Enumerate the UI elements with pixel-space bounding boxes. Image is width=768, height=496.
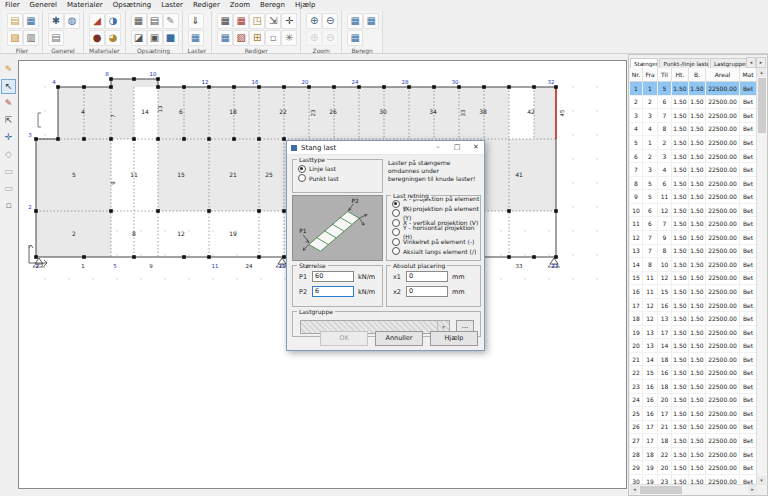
column-header-nr[interactable]: Nr. (630, 68, 643, 81)
material-mix-icon[interactable]: ◕ (105, 30, 121, 46)
maximize-icon[interactable]: □ (449, 141, 465, 154)
grid-add-icon[interactable]: ⊞ (249, 30, 265, 46)
table-row[interactable]: 2617211.501.5022500.00Bet (630, 421, 757, 435)
zoom-previous-icon[interactable]: ⊕ (306, 30, 322, 46)
table-row[interactable]: 1913171.501.5022500.00Bet (630, 326, 757, 340)
resize-arrow-icon[interactable]: ⇲ (265, 13, 281, 29)
table-row[interactable]: 2316181.501.5022500.00Bet (630, 380, 757, 394)
placeholder2-icon[interactable]: ▭ (1, 181, 16, 196)
load-doc-icon[interactable]: ⇓ (188, 13, 204, 29)
table-row[interactable]: 11671.501.5022500.00Bet (630, 217, 757, 231)
beam-grid-icon[interactable]: ▤ (147, 13, 163, 29)
grid-blue-icon[interactable]: ▦ (217, 30, 233, 46)
vertical-scrollbar[interactable]: ▴ ▾ (756, 68, 767, 485)
panel-icon[interactable]: ▣ (147, 30, 163, 46)
table-row[interactable]: 1611151.501.5022500.00Bet (630, 285, 757, 299)
page-icon[interactable]: ▫ (1, 198, 16, 213)
table-row[interactable]: 1511121.501.5022500.00Bet (630, 272, 757, 286)
table-row[interactable]: 1812131.501.5022500.00Bet (630, 312, 757, 326)
open-file-icon[interactable]: ▨ (7, 30, 23, 46)
table-row[interactable]: 13781.501.5022500.00Bet (630, 245, 757, 259)
tab-pager-icon[interactable]: ▸ (756, 57, 766, 68)
radio-icon[interactable] (392, 238, 400, 246)
dialog-title-bar[interactable]: Stang last – □ ✕ (287, 141, 484, 155)
table-row[interactable]: 6231.501.5022500.00Bet (630, 150, 757, 164)
close-icon[interactable]: ✕ (468, 141, 484, 154)
radio-icon[interactable] (392, 200, 400, 208)
settings-gear-icon[interactable]: ✱ (48, 13, 64, 29)
crosshair-icon[interactable]: ✛ (281, 13, 297, 29)
placement-x1-input[interactable]: 0 (406, 271, 448, 282)
globe-icon[interactable]: ◍ (64, 13, 80, 29)
radio-icon[interactable] (392, 209, 400, 217)
last-retning-option[interactable]: Vinkelret på element (-) (387, 237, 480, 247)
load-screen-icon[interactable]: ▦ (188, 30, 204, 46)
column-header-areal[interactable]: Areal (706, 68, 740, 81)
scroll-left-icon[interactable]: ◂ (630, 485, 639, 494)
vscroll-thumb[interactable] (758, 78, 766, 133)
table-row[interactable]: 2013141.501.5022500.00Bet (630, 339, 757, 353)
menu-item-materialer[interactable]: Materialer (62, 0, 108, 11)
menu-item-zoom[interactable]: Zoom (225, 0, 255, 11)
column-header-fra[interactable]: Fra (643, 68, 658, 81)
radio-icon[interactable] (298, 174, 306, 182)
table-row[interactable]: 106121.501.5022500.00Bet (630, 204, 757, 218)
minimize-icon[interactable]: – (430, 141, 446, 154)
column-header-mat[interactable]: Mat (740, 68, 757, 81)
concrete-icon[interactable]: ◢ (89, 13, 105, 29)
grid-icon[interactable]: ▦ (217, 13, 233, 29)
menu-item-generel[interactable]: Generel (25, 0, 62, 11)
grid-delete-icon[interactable]: ▧ (233, 30, 249, 46)
placement-x2-input[interactable]: 0 (406, 286, 448, 297)
corner-icon[interactable]: ◳ (249, 13, 265, 29)
steel-icon[interactable]: ◑ (105, 13, 121, 29)
size-p2-input[interactable]: 6 (312, 286, 354, 297)
column-header-b[interactable]: B. (689, 68, 706, 81)
last-retning-option[interactable]: Y - projektion på element (Y) (387, 209, 480, 219)
tab-pager-icon[interactable]: ◂ (746, 57, 756, 68)
table-row[interactable]: 2717181.501.5022500.00Bet (630, 434, 757, 448)
zoom-in-icon[interactable]: ⊕ (306, 13, 322, 29)
table-row[interactable]: 2114181.501.5022500.00Bet (630, 353, 757, 367)
column-header-til[interactable]: Til (658, 68, 672, 81)
calc-results-icon[interactable]: ▦ (363, 13, 379, 29)
table-row[interactable]: 2818221.501.5022500.00Bet (630, 448, 757, 462)
calculate-icon[interactable]: ▦ (347, 13, 363, 29)
table-row[interactable]: 2261.501.5022500.00Bet (630, 96, 757, 110)
diag-frame-icon[interactable]: ◪ (131, 30, 147, 46)
small-box-icon[interactable]: ▫ (265, 30, 281, 46)
menu-item-filer[interactable]: Filer (0, 0, 25, 11)
tools-icon[interactable]: ✎ (163, 13, 179, 29)
scroll-right-icon[interactable]: ▸ (748, 485, 757, 494)
save-icon[interactable]: ▦ (23, 13, 39, 29)
blue-box-icon[interactable]: ■ (163, 30, 179, 46)
table-row[interactable]: 4481.501.5022500.00Bet (630, 123, 757, 137)
tab-stænger[interactable]: Stænger (630, 58, 658, 68)
annuller-button[interactable]: Annuller (375, 331, 423, 346)
new-file-icon[interactable]: ▤ (7, 13, 23, 29)
tab-lastgrupper[interactable]: Lastgrupper (710, 58, 747, 68)
size-p1-input[interactable]: 60 (312, 271, 354, 282)
menu-item-laster[interactable]: Laster (156, 0, 188, 11)
table-row[interactable]: 95111.501.5022500.00Bet (630, 190, 757, 204)
move-icon[interactable]: ✛ (1, 130, 16, 145)
pan-icon[interactable]: ◇ (1, 147, 16, 162)
grid-red-icon[interactable]: ▦ (233, 13, 249, 29)
table-row[interactable]: 12791.501.5022500.00Bet (630, 231, 757, 245)
draw-pencil-icon[interactable]: ✎ (1, 62, 16, 77)
frame-icon[interactable]: ▦ (131, 13, 147, 29)
table-row[interactable]: 2919201.501.5022500.00Bet (630, 461, 757, 475)
table-row[interactable]: 3371.501.5022500.00Bet (630, 109, 757, 123)
tab-punkt-linje-laster[interactable]: Punkt-/linje laster (659, 58, 709, 68)
menu-item-opsætning[interactable]: Opsætning (108, 0, 156, 11)
table-row[interactable]: 2516171.501.5022500.00Bet (630, 407, 757, 421)
hscroll-thumb[interactable] (640, 486, 682, 494)
select-cursor-icon[interactable]: ↖ (1, 79, 16, 94)
table-row[interactable]: 1712161.501.5022500.00Bet (630, 299, 757, 313)
scroll-up-icon[interactable]: ▴ (757, 68, 766, 77)
table-row[interactable]: 1151.501.5022500.00Bet (630, 82, 757, 96)
horizontal-scrollbar[interactable]: ◂ ▸ (630, 484, 757, 495)
zoom-extents-icon[interactable]: ⊖ (322, 30, 338, 46)
radio-icon[interactable] (392, 247, 400, 255)
snap-arrow-icon[interactable]: ⇱ (1, 113, 16, 128)
